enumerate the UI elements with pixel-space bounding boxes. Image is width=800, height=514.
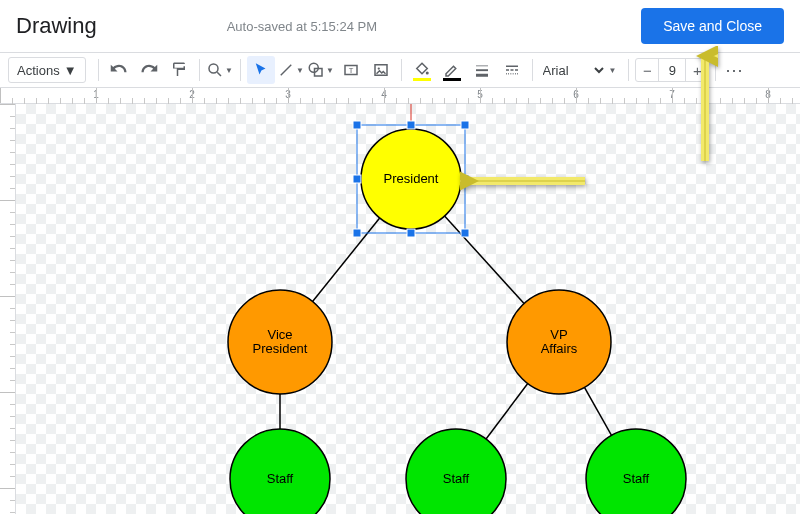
drawing-canvas[interactable]: PresidentVicePresidentVPAffairsStaffStaf… — [16, 104, 800, 514]
image-tool-button[interactable] — [367, 56, 395, 84]
separator — [401, 59, 402, 81]
ruler-vertical — [0, 104, 16, 514]
svg-point-0 — [209, 64, 218, 73]
node-label: Vice — [267, 327, 292, 342]
line-icon — [277, 61, 295, 79]
shape-icon — [307, 61, 325, 79]
caret-down-icon: ▼ — [326, 66, 334, 75]
node-label: President — [384, 171, 439, 186]
selection-handle[interactable] — [353, 121, 361, 129]
fill-color-button[interactable] — [408, 56, 436, 84]
app-title: Drawing — [16, 13, 97, 39]
svg-rect-11 — [476, 69, 488, 71]
node-label: Staff — [623, 471, 650, 486]
caret-down-icon: ▼ — [296, 66, 304, 75]
font-size-stepper: − 9 + — [635, 58, 709, 82]
border-color-button[interactable] — [438, 56, 466, 84]
fill-bucket-icon — [413, 61, 431, 79]
svg-line-2 — [281, 65, 292, 76]
selection-handle[interactable] — [461, 175, 469, 183]
connector-line[interactable] — [584, 387, 611, 435]
redo-icon — [140, 61, 158, 79]
font-family-select[interactable]: Arial — [539, 62, 607, 79]
svg-line-1 — [217, 72, 221, 76]
textbox-tool-button[interactable]: T — [337, 56, 365, 84]
node-staff3[interactable]: Staff — [586, 429, 686, 514]
textbox-icon: T — [342, 61, 360, 79]
ruler-horizontal: 12345678 — [0, 88, 800, 104]
save-and-close-button[interactable]: Save and Close — [641, 8, 784, 44]
caret-down-icon: ▼ — [225, 66, 233, 75]
caret-down-icon: ▼ — [64, 63, 77, 78]
svg-rect-10 — [476, 66, 488, 67]
border-color-swatch — [443, 78, 461, 81]
connector-line[interactable] — [313, 218, 380, 301]
selection-handle[interactable] — [461, 121, 469, 129]
selection-handle[interactable] — [407, 121, 415, 129]
actions-menu[interactable]: Actions ▼ — [8, 57, 86, 83]
redo-button[interactable] — [135, 56, 163, 84]
zoom-icon — [206, 61, 224, 79]
paint-roller-icon — [170, 61, 188, 79]
line-weight-icon — [473, 61, 491, 79]
cursor-icon — [252, 61, 270, 79]
pencil-icon — [443, 61, 461, 79]
selection-handle[interactable] — [353, 229, 361, 237]
font-size-decrease-button[interactable]: − — [636, 62, 658, 79]
line-dash-icon — [503, 61, 521, 79]
border-weight-button[interactable] — [468, 56, 496, 84]
undo-icon — [110, 61, 128, 79]
font-size-value[interactable]: 9 — [658, 59, 686, 81]
header: Drawing Auto-saved at 5:15:24 PM Save an… — [0, 0, 800, 52]
more-options-button[interactable]: ⋯ — [722, 59, 746, 81]
svg-text:T: T — [348, 66, 353, 75]
select-tool-button[interactable] — [247, 56, 275, 84]
node-staff1[interactable]: Staff — [230, 429, 330, 514]
autosave-status: Auto-saved at 5:15:24 PM — [227, 19, 377, 34]
connector-line[interactable] — [486, 384, 528, 439]
node-vp_affairs[interactable]: VPAffairs — [507, 290, 611, 394]
paint-format-button[interactable] — [165, 56, 193, 84]
shape-tool-button[interactable]: ▼ — [307, 56, 335, 84]
fill-color-swatch — [413, 78, 431, 81]
svg-point-9 — [425, 72, 428, 75]
node-vp[interactable]: VicePresident — [228, 290, 332, 394]
separator — [240, 59, 241, 81]
selection-handle[interactable] — [407, 229, 415, 237]
image-icon — [372, 61, 390, 79]
line-tool-button[interactable]: ▼ — [277, 56, 305, 84]
toolbar: Actions ▼ ▼ ▼ ▼ T — [0, 52, 800, 88]
separator — [199, 59, 200, 81]
connector-line[interactable] — [445, 216, 524, 303]
selection-handle[interactable] — [461, 229, 469, 237]
zoom-button[interactable]: ▼ — [206, 56, 234, 84]
node-label: Staff — [267, 471, 294, 486]
node-staff2[interactable]: Staff — [406, 429, 506, 514]
actions-label: Actions — [17, 63, 60, 78]
undo-button[interactable] — [105, 56, 133, 84]
node-label: President — [253, 341, 308, 356]
separator — [628, 59, 629, 81]
node-label: Staff — [443, 471, 470, 486]
svg-point-8 — [377, 67, 379, 69]
separator — [532, 59, 533, 81]
node-label: Affairs — [541, 341, 578, 356]
font-size-increase-button[interactable]: + — [686, 62, 708, 79]
separator — [98, 59, 99, 81]
node-label: VP — [550, 327, 567, 342]
svg-rect-12 — [476, 74, 488, 77]
border-dash-button[interactable] — [498, 56, 526, 84]
separator — [715, 59, 716, 81]
selection-handle[interactable] — [353, 175, 361, 183]
caret-down-icon: ▼ — [609, 66, 617, 75]
node-president[interactable]: President — [361, 129, 461, 229]
